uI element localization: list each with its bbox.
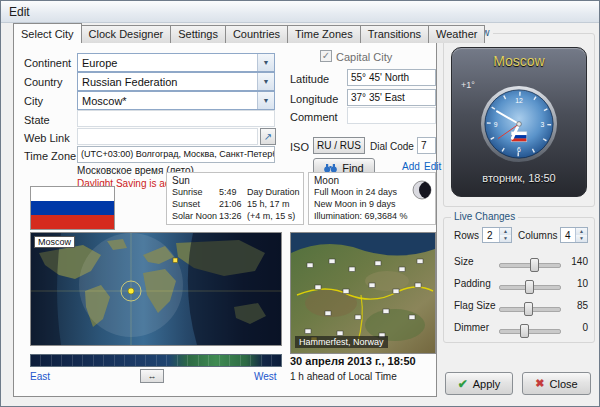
padding-slider[interactable] bbox=[499, 285, 561, 290]
time-bar-ticks bbox=[31, 355, 281, 366]
size-slider-thumb[interactable] bbox=[530, 258, 539, 272]
title-bar[interactable]: Edit bbox=[1, 1, 599, 23]
center-map-button[interactable]: ↔ bbox=[140, 369, 164, 383]
continent-label: Continent bbox=[24, 57, 71, 69]
west-label: West bbox=[254, 371, 277, 382]
padding-slider-row: Padding 10 bbox=[444, 276, 592, 296]
columns-label: Columns bbox=[518, 230, 557, 241]
time-zone-field[interactable]: (UTC+03:00) Волгоград, Москва, Санкт-Пет… bbox=[77, 146, 275, 163]
tab-weather[interactable]: Weather bbox=[428, 25, 485, 43]
sun-panel-title: Sun bbox=[172, 175, 190, 186]
tab-select-city[interactable]: Select City bbox=[13, 23, 82, 43]
tab-clock-designer[interactable]: Clock Designer bbox=[81, 25, 172, 43]
detail-map-graphic bbox=[291, 233, 435, 353]
local-time-offset: 1 h ahead of Local Time bbox=[290, 371, 397, 382]
city-label: City bbox=[24, 95, 43, 107]
dimmer-value: 0 bbox=[556, 322, 588, 333]
padding-slider-thumb[interactable] bbox=[525, 280, 534, 294]
size-slider[interactable] bbox=[499, 263, 561, 268]
tab-panel-select-city: Continent Europe ▼ Country Russian Feder… bbox=[13, 42, 437, 397]
flag-size-slider[interactable] bbox=[499, 307, 561, 312]
columns-spinner[interactable]: 4 ▲ ▼ bbox=[560, 227, 588, 243]
iso-code-button[interactable]: RU / RUS bbox=[313, 137, 365, 154]
tab-settings[interactable]: Settings bbox=[170, 25, 226, 43]
map-marker-label: Moscow bbox=[34, 236, 75, 248]
rows-spinner[interactable]: 2 ▲ ▼ bbox=[482, 227, 512, 243]
chevron-down-icon[interactable]: ▼ bbox=[257, 92, 274, 109]
dial-code-value: 7 bbox=[421, 140, 427, 151]
tab-time-zones[interactable]: Time Zones bbox=[287, 25, 361, 43]
state-label: State bbox=[24, 114, 50, 126]
flag-size-slider-thumb[interactable] bbox=[524, 302, 533, 316]
moon-info-panel: Moon Full Moon in 24 days New Moon in 9 … bbox=[308, 172, 436, 225]
close-button[interactable]: ✖ Close bbox=[522, 372, 591, 395]
selected-date-time: 30 апреля 2013 г., 18:50 bbox=[290, 355, 416, 367]
dimmer-slider-thumb[interactable] bbox=[520, 324, 529, 338]
chevron-down-icon[interactable]: ▼ bbox=[257, 73, 274, 90]
dial-code-label: Dial Code bbox=[370, 141, 414, 152]
latitude-field[interactable]: 55° 45' North bbox=[347, 69, 436, 86]
time-of-day-bar[interactable] bbox=[30, 354, 282, 367]
solar-noon-value: 13:26 bbox=[219, 211, 242, 221]
flag-size-value: 85 bbox=[556, 300, 588, 311]
tab-countries[interactable]: Countries bbox=[225, 25, 288, 43]
east-label: East bbox=[30, 371, 50, 382]
capital-city-label: Capital City bbox=[336, 51, 392, 63]
left-right-arrow-icon: ↔ bbox=[148, 371, 157, 381]
size-label: Size bbox=[454, 256, 473, 267]
tab-transitions[interactable]: Transitions bbox=[360, 25, 429, 43]
state-field[interactable] bbox=[77, 110, 275, 127]
dial-code-field[interactable]: 7 bbox=[417, 137, 436, 154]
web-link-field[interactable] bbox=[77, 128, 258, 145]
padding-label: Padding bbox=[454, 278, 491, 289]
size-value: 140 bbox=[556, 256, 588, 267]
city-value: Moscow* bbox=[82, 95, 127, 107]
moon-panel-title: Moon bbox=[314, 175, 339, 186]
spinner-down-icon[interactable]: ▼ bbox=[575, 235, 587, 242]
svg-text:3: 3 bbox=[541, 121, 545, 128]
day-duration-value: 15 h, 17 m bbox=[247, 199, 290, 209]
solar-noon-label: Solar Noon bbox=[172, 211, 217, 221]
sunset-value: 21:06 bbox=[219, 199, 242, 209]
size-slider-row: Size 140 bbox=[444, 254, 592, 274]
clock-weekday-time: вторник, 18:50 bbox=[452, 172, 586, 184]
svg-text:6: 6 bbox=[517, 146, 521, 153]
apply-button[interactable]: ✔ Apply bbox=[445, 372, 513, 395]
add-link[interactable]: Add bbox=[402, 161, 420, 172]
dimmer-slider[interactable] bbox=[499, 329, 561, 334]
binoculars-icon bbox=[324, 163, 337, 173]
longitude-label: Longitude bbox=[290, 93, 338, 105]
clock-city-name: Moscow bbox=[452, 53, 586, 69]
day-duration-delta: (+4 m, 15 s) bbox=[247, 211, 295, 221]
apply-button-label: Apply bbox=[473, 378, 501, 390]
rows-label: Rows bbox=[454, 230, 479, 241]
comment-field[interactable] bbox=[347, 107, 436, 124]
continent-value: Europe bbox=[82, 57, 117, 69]
country-value: Russian Federation bbox=[82, 76, 177, 88]
padding-value: 10 bbox=[556, 278, 588, 289]
analog-clock: 12369 bbox=[480, 85, 558, 163]
capital-city-checkbox[interactable]: ✓ bbox=[320, 50, 332, 62]
spinner-down-icon[interactable]: ▼ bbox=[499, 235, 511, 242]
continent-combobox[interactable]: Europe ▼ bbox=[77, 53, 275, 72]
open-web-link-button[interactable]: ↗ bbox=[260, 128, 276, 145]
detail-map[interactable]: Hammerfest, Norway bbox=[290, 232, 436, 354]
web-link-label: Web Link bbox=[24, 132, 70, 144]
sunrise-value: 5:49 bbox=[219, 187, 237, 197]
columns-value: 4 bbox=[565, 230, 571, 241]
world-map-graphic bbox=[31, 233, 281, 345]
close-button-label: Close bbox=[550, 378, 578, 390]
longitude-field[interactable]: 37° 35' East bbox=[347, 89, 436, 106]
chevron-down-icon[interactable]: ▼ bbox=[257, 54, 274, 71]
external-link-icon: ↗ bbox=[264, 131, 272, 142]
full-moon-text: Full Moon in 24 days bbox=[314, 187, 397, 197]
sunset-label: Sunset bbox=[172, 199, 200, 209]
sun-info-panel: Sun Sunrise 5:49 Day Duration Sunset 21:… bbox=[166, 172, 304, 225]
country-combobox[interactable]: Russian Federation ▼ bbox=[77, 72, 275, 91]
clock-preview-widget[interactable]: Moscow +1° 12369 bbox=[451, 47, 587, 197]
world-map[interactable]: Moscow bbox=[30, 232, 282, 346]
moon-phase-icon bbox=[412, 180, 432, 200]
iso-code-value: RU / RUS bbox=[317, 140, 361, 151]
edit-link[interactable]: Edit bbox=[424, 161, 441, 172]
city-combobox[interactable]: Moscow* ▼ bbox=[77, 91, 275, 110]
